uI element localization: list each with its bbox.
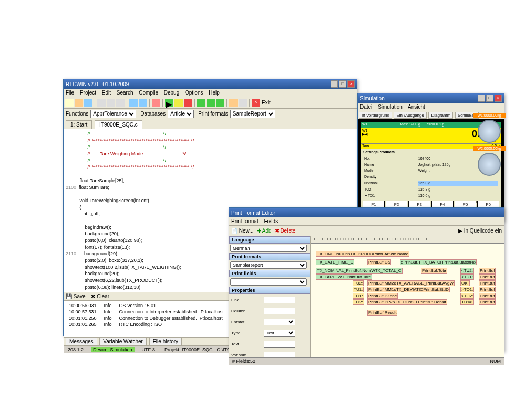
- tab-varwatch[interactable]: Variable Watcher: [99, 338, 147, 345]
- f4-button[interactable]: F4: [431, 201, 454, 208]
- print-field[interactable]: TO1:: [353, 293, 364, 299]
- databases-select[interactable]: Article: [168, 110, 194, 118]
- build-icon[interactable]: [229, 99, 238, 107]
- print-field[interactable]: ePrinBuf.TiTX_BATCHPrintBuf.BatchNo: [400, 259, 477, 265]
- print-field[interactable]: PrintBuf: [479, 299, 496, 305]
- f6-button[interactable]: F6: [477, 201, 499, 208]
- pfe-canvas[interactable]: ┬┬┬┬┬┬┬┬┬┬┬┬┬┬┬┬┬┬┬┬┬┬┬┬┬┬┬┬┬┬┬┬┬┬┬┬┬┬┬┬…: [311, 236, 504, 357]
- pfe-add-button[interactable]: ✚ Add: [257, 228, 272, 234]
- print-field[interactable]: TX_LINE_NOPrinTX_PRODUPrintBArticle.Name: [316, 251, 409, 257]
- field-select[interactable]: [230, 278, 307, 286]
- print-field[interactable]: >TO1:: [460, 287, 474, 292]
- sim-titlebar[interactable]: Simulation _ □ ×: [358, 93, 504, 103]
- print-field[interactable]: <TU1:: [460, 274, 474, 280]
- print-field[interactable]: PrintBuf.PZone: [367, 293, 398, 299]
- save-log-button[interactable]: 💾 Save: [66, 293, 86, 299]
- copy-icon[interactable]: [107, 99, 115, 107]
- undo-icon[interactable]: [129, 99, 138, 107]
- sim-menu-datei[interactable]: Datei: [360, 104, 372, 110]
- cut-icon[interactable]: [97, 99, 106, 107]
- print-field[interactable]: PrintBuf: [479, 274, 496, 280]
- f2-button[interactable]: F2: [386, 201, 408, 208]
- knob-1[interactable]: [478, 120, 501, 143]
- print-field[interactable]: PrintBuf: [479, 287, 496, 292]
- paste-icon[interactable]: [116, 99, 125, 107]
- pause-icon[interactable]: [174, 99, 183, 107]
- settings-icon[interactable]: [239, 99, 247, 107]
- sim-minimize-button[interactable]: _: [478, 94, 485, 102]
- menu-edit[interactable]: Edit: [102, 90, 111, 96]
- stepout-icon[interactable]: [216, 99, 224, 107]
- pfe-new-button[interactable]: 📄 New...: [231, 228, 254, 234]
- setting-row[interactable]: ▼TO1130.6 g: [364, 193, 498, 198]
- print-field[interactable]: PrintBuf.MM1oTX_DEVIATIOPrintBuf.StdD: [367, 287, 450, 292]
- setting-row[interactable]: TO2136.3 g: [364, 187, 498, 192]
- run-icon[interactable]: ▶: [165, 99, 173, 107]
- menu-project[interactable]: Project: [80, 90, 96, 96]
- maximize-button[interactable]: □: [339, 80, 346, 88]
- prop-input-variable[interactable]: [264, 352, 295, 357]
- save-icon[interactable]: [84, 99, 92, 107]
- print-field[interactable]: <TU2:: [460, 268, 474, 274]
- prop-input-format[interactable]: [264, 319, 295, 326]
- print-field[interactable]: PrintBuf: [479, 293, 496, 299]
- open-icon[interactable]: [75, 99, 83, 107]
- print-field[interactable]: PrintBuf.PP2oTX_DENSITPrintBuf.Densit: [367, 299, 447, 305]
- sim-maximize-button[interactable]: □: [486, 94, 493, 102]
- tab-start[interactable]: 1: Start: [66, 120, 92, 129]
- pfe-titlebar[interactable]: Print Format Editor: [229, 208, 504, 217]
- tab-filehistory[interactable]: File history: [149, 338, 182, 345]
- print-field[interactable]: TU2:: [353, 280, 364, 286]
- print-field[interactable]: TX_TARE_WT_PrintBuf.Tare: [316, 274, 372, 280]
- tab-messages[interactable]: Messages: [66, 338, 97, 345]
- print-field[interactable]: PrintBuf.Result: [367, 310, 397, 316]
- exit-icon[interactable]: ×: [252, 99, 260, 107]
- print-field[interactable]: OK:: [460, 280, 470, 286]
- f3-button[interactable]: F3: [408, 201, 430, 208]
- menu-help[interactable]: Help: [209, 90, 220, 96]
- print-field[interactable]: TO2:: [353, 299, 364, 305]
- pfe-quellcode-button[interactable]: ▶ In Quellcode ein: [458, 228, 502, 234]
- stop-icon[interactable]: [184, 99, 192, 107]
- redo-icon[interactable]: [139, 99, 147, 107]
- menu-file[interactable]: File: [66, 90, 74, 96]
- print-field[interactable]: TX_NOMINAL_PrintBuf.NomWTX_TOTAL_C: [316, 268, 403, 274]
- setting-row[interactable]: Nominal125.0 g: [364, 181, 498, 186]
- sim-close-button[interactable]: ×: [495, 94, 502, 102]
- format-select[interactable]: SampleReport: [230, 261, 307, 269]
- language-select[interactable]: German: [230, 245, 307, 252]
- prop-input-text[interactable]: [264, 341, 295, 348]
- ide-titlebar[interactable]: RTCWIN v2.0 - 01.10.2009 _ □ ×: [64, 79, 357, 89]
- f1-button[interactable]: F1: [363, 201, 385, 208]
- menu-compile[interactable]: Compile: [139, 90, 158, 96]
- sim-tab-diagram[interactable]: Diagramm: [428, 112, 453, 119]
- sim-tab-io[interactable]: Ein-/Ausgänge: [394, 112, 426, 119]
- find-icon[interactable]: [152, 99, 160, 107]
- menu-debug[interactable]: Debug: [164, 90, 179, 96]
- print-field[interactable]: PrintBuf.MM2oTX_AVERAGE_PrintBuf.AvgW: [367, 280, 455, 286]
- prop-input-type[interactable]: Text: [264, 330, 295, 337]
- print-field[interactable]: PrintBuf: [479, 268, 496, 274]
- print-field[interactable]: TU1#:: [460, 299, 474, 305]
- menu-search[interactable]: Search: [117, 90, 133, 96]
- sim-tab-foreground[interactable]: In Vordergrund: [359, 112, 392, 119]
- print-field[interactable]: PrintBuf.Tota: [421, 268, 447, 274]
- pfe-menu-printformat[interactable]: Print format: [231, 218, 259, 224]
- pfe-delete-button[interactable]: ✖ Delete: [275, 228, 296, 234]
- print-field[interactable]: PrintBuf.Da: [367, 259, 391, 265]
- print-field[interactable]: TU1:: [353, 287, 364, 292]
- sim-menu-ansicht[interactable]: Ansicht: [408, 104, 425, 110]
- clear-log-button[interactable]: ✖ Clear: [91, 293, 109, 299]
- print-field[interactable]: >TO2:: [460, 293, 474, 299]
- prop-input-column[interactable]: [264, 308, 295, 314]
- functions-select[interactable]: ApprTolerance: [90, 110, 136, 118]
- menu-options[interactable]: Options: [185, 90, 203, 96]
- sim-menu-simulation[interactable]: Simulation: [378, 104, 403, 110]
- print-field[interactable]: TX_DATE_TIME_C: [316, 259, 354, 265]
- print-select[interactable]: SampleReport: [230, 110, 275, 118]
- print-field[interactable]: PrintBuf: [479, 280, 496, 286]
- new-icon[interactable]: [65, 99, 74, 107]
- pfe-menu-fields[interactable]: Fields: [264, 218, 278, 224]
- minimize-button[interactable]: _: [331, 80, 338, 88]
- prop-input-line[interactable]: [264, 297, 295, 303]
